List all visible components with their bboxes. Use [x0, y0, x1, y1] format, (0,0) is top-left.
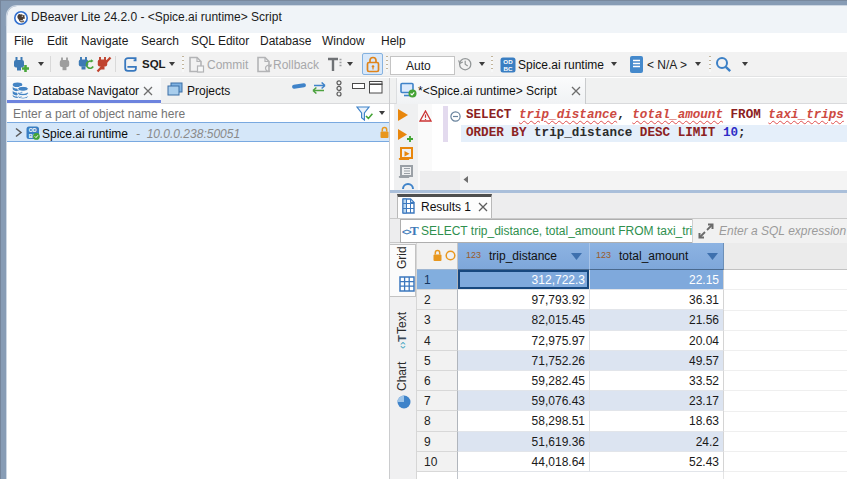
svg-text:BC: BC	[504, 65, 513, 72]
